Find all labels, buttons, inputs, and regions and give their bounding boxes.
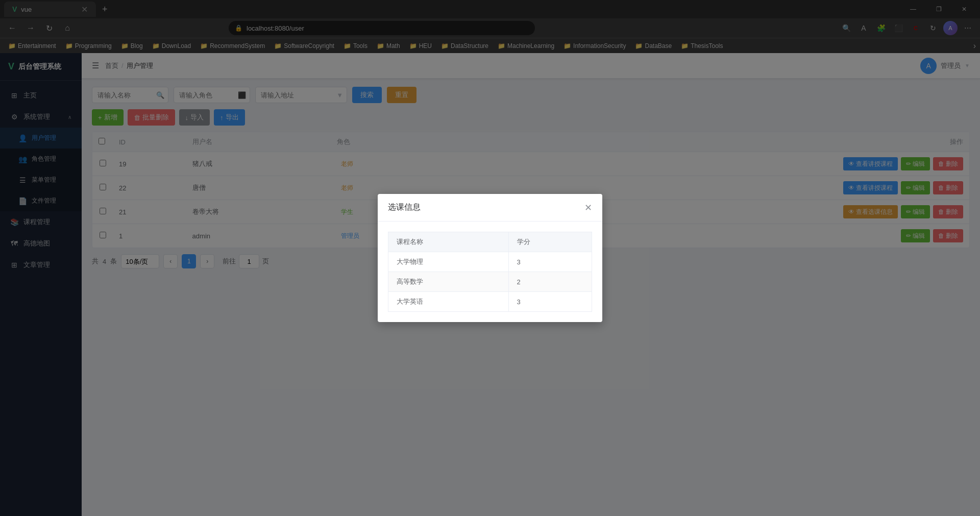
course-dialog-table: 课程名称 学分 大学物理 3 高等数学 2 大学英语 3 [388, 232, 592, 312]
course-credit: 3 [508, 292, 592, 312]
dialog-table-row: 大学英语 3 [388, 292, 592, 312]
dialog-col-course: 课程名称 [388, 232, 509, 252]
dialog-body: 课程名称 学分 大学物理 3 高等数学 2 大学英语 3 [378, 222, 602, 322]
dialog-table-header: 课程名称 学分 [388, 232, 592, 252]
course-info-dialog: 选课信息 ✕ 课程名称 学分 大学物理 3 高等数学 [378, 194, 602, 322]
course-credit: 3 [508, 252, 592, 272]
course-credit: 2 [508, 272, 592, 292]
dialog-title: 选课信息 [388, 202, 421, 213]
course-name: 大学英语 [388, 292, 509, 312]
dialog-header: 选课信息 ✕ [378, 194, 602, 222]
course-name: 大学物理 [388, 252, 509, 272]
dialog-col-credit: 学分 [508, 232, 592, 252]
dialog-close-button[interactable]: ✕ [584, 203, 592, 212]
course-name: 高等数学 [388, 272, 509, 292]
dialog-table-row: 高等数学 2 [388, 272, 592, 292]
dialog-overlay[interactable]: 选课信息 ✕ 课程名称 学分 大学物理 3 高等数学 [0, 0, 980, 516]
dialog-table-row: 大学物理 3 [388, 252, 592, 272]
